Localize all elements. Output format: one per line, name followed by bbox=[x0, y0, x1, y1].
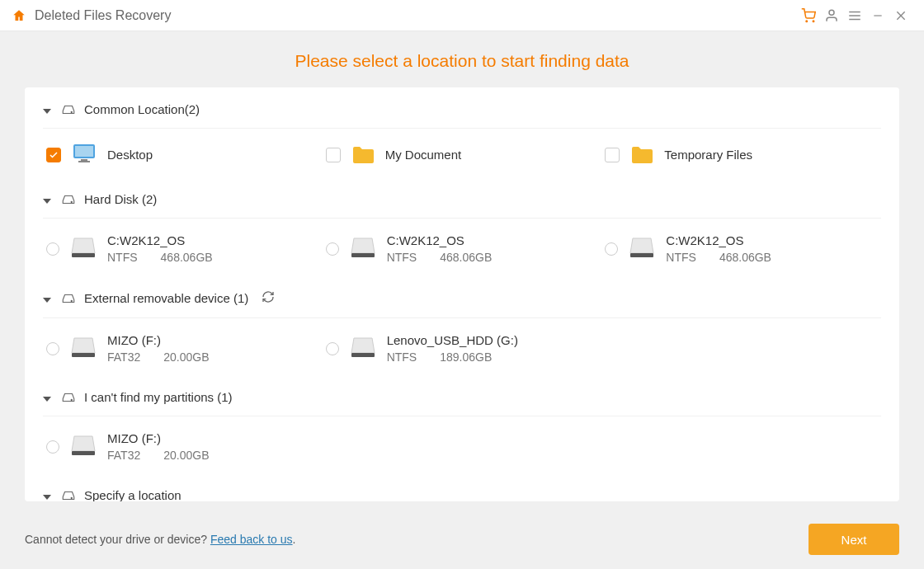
section-header-lost[interactable]: I can't find my partitions (1) bbox=[43, 377, 881, 416]
radio[interactable] bbox=[46, 342, 59, 355]
footer: Cannot detect your drive or device? Feed… bbox=[0, 515, 924, 564]
harddisk-items: C:W2K12_OS NTFS 468.06GB C:W2K12_OS bbox=[43, 219, 881, 277]
chevron-down-icon bbox=[43, 105, 53, 115]
drive-fs: FAT32 bbox=[107, 449, 140, 462]
drive-fs: NTFS bbox=[107, 251, 138, 264]
svg-rect-19 bbox=[72, 353, 95, 357]
section-title: I can't find my partitions (1) bbox=[84, 390, 233, 404]
feedback-link[interactable]: Feed back to us bbox=[210, 533, 293, 546]
svg-point-18 bbox=[71, 300, 72, 301]
disk-icon bbox=[61, 392, 76, 403]
radio[interactable] bbox=[326, 342, 339, 355]
app-title: Deleted Files Recovery bbox=[35, 8, 171, 23]
home-icon[interactable] bbox=[12, 8, 26, 23]
svg-rect-12 bbox=[81, 159, 87, 161]
titlebar-left: Deleted Files Recovery bbox=[12, 8, 171, 23]
checkbox[interactable] bbox=[46, 148, 61, 162]
drive-info: C:W2K12_OS NTFS 468.06GB bbox=[387, 233, 493, 264]
location-scroll[interactable]: Common Location(2) Desktop bbox=[43, 87, 881, 501]
minimize-button[interactable] bbox=[866, 4, 889, 27]
svg-point-0 bbox=[806, 21, 808, 22]
drive-item[interactable]: MIZO (F:) FAT32 20.00GB bbox=[43, 426, 323, 467]
external-items: MIZO (F:) FAT32 20.00GB Lenovo_USB_HDD (… bbox=[43, 318, 881, 377]
section-header-harddisk[interactable]: Hard Disk (2) bbox=[43, 179, 881, 219]
footer-prompt: Cannot detect your drive or device? Feed… bbox=[25, 533, 295, 546]
user-icon[interactable] bbox=[820, 4, 843, 27]
radio[interactable] bbox=[46, 440, 59, 454]
svg-rect-20 bbox=[351, 353, 375, 357]
drive-name: Lenovo_USB_HDD (G:) bbox=[387, 333, 518, 347]
disk-icon bbox=[61, 104, 76, 115]
svg-point-9 bbox=[71, 111, 72, 112]
section-header-external[interactable]: External removable device (1) bbox=[43, 277, 881, 318]
drive-meta: NTFS 189.06GB bbox=[387, 350, 518, 364]
chevron-down-icon bbox=[43, 195, 53, 205]
radio[interactable] bbox=[605, 242, 618, 256]
checkbox[interactable] bbox=[605, 148, 620, 162]
section-header-common[interactable]: Common Location(2) bbox=[43, 87, 881, 129]
drive-item[interactable]: Lenovo_USB_HDD (G:) NTFS 189.06GB bbox=[323, 328, 602, 369]
drive-name: C:W2K12_OS bbox=[666, 233, 771, 247]
footer-period: . bbox=[293, 533, 296, 546]
drive-meta: NTFS 468.06GB bbox=[107, 251, 213, 264]
drive-meta: FAT32 20.00GB bbox=[107, 449, 209, 462]
drive-name: MIZO (F:) bbox=[107, 431, 209, 445]
hdd-icon bbox=[351, 336, 375, 360]
drive-info: C:W2K12_OS NTFS 468.06GB bbox=[666, 233, 771, 264]
hdd-icon bbox=[71, 336, 96, 360]
checkbox[interactable] bbox=[326, 148, 341, 162]
next-button[interactable]: Next bbox=[808, 524, 899, 555]
section-title: Hard Disk (2) bbox=[84, 192, 157, 206]
drive-info: C:W2K12_OS NTFS 468.06GB bbox=[107, 233, 213, 264]
disk-icon bbox=[61, 490, 76, 501]
folder-icon bbox=[352, 146, 374, 164]
svg-point-14 bbox=[71, 201, 72, 202]
section-title: Common Location(2) bbox=[84, 102, 200, 116]
section-header-specify[interactable]: Specify a location bbox=[43, 475, 881, 501]
close-button[interactable] bbox=[889, 4, 912, 27]
drive-meta: NTFS 468.06GB bbox=[387, 251, 493, 264]
drive-item[interactable]: C:W2K12_OS NTFS 468.06GB bbox=[43, 228, 323, 269]
radio[interactable] bbox=[46, 242, 59, 256]
drive-fs: NTFS bbox=[666, 251, 696, 264]
drive-size: 468.06GB bbox=[440, 251, 492, 264]
drive-fs: FAT32 bbox=[107, 350, 140, 364]
svg-rect-13 bbox=[78, 161, 90, 162]
section-title: Specify a location bbox=[84, 488, 182, 501]
common-item-desktop[interactable]: Desktop bbox=[43, 139, 323, 171]
svg-rect-11 bbox=[75, 146, 93, 157]
drive-meta: NTFS 468.06GB bbox=[666, 251, 771, 264]
common-items: Desktop My Document Temporary Files bbox=[43, 129, 881, 179]
hdd-icon bbox=[351, 237, 375, 261]
svg-point-1 bbox=[813, 21, 814, 22]
desktop-icon bbox=[73, 143, 96, 166]
location-label: Temporary Files bbox=[664, 148, 752, 162]
common-item-temp[interactable]: Temporary Files bbox=[601, 139, 881, 171]
drive-size: 20.00GB bbox=[163, 350, 209, 364]
drive-info: MIZO (F:) FAT32 20.00GB bbox=[107, 333, 209, 364]
drive-name: MIZO (F:) bbox=[107, 333, 209, 347]
svg-rect-17 bbox=[630, 253, 653, 257]
disk-icon bbox=[61, 194, 76, 205]
svg-rect-16 bbox=[351, 253, 375, 257]
cart-icon[interactable] bbox=[797, 4, 820, 27]
drive-size: 468.06GB bbox=[719, 251, 771, 264]
drive-info: Lenovo_USB_HDD (G:) NTFS 189.06GB bbox=[387, 333, 518, 364]
section-title: External removable device (1) bbox=[84, 291, 248, 305]
drive-size: 189.06GB bbox=[440, 350, 492, 364]
drive-info: MIZO (F:) FAT32 20.00GB bbox=[107, 431, 209, 462]
hdd-icon bbox=[71, 237, 96, 261]
drive-item[interactable]: C:W2K12_OS NTFS 468.06GB bbox=[323, 228, 602, 269]
menu-icon[interactable] bbox=[843, 4, 866, 27]
drive-item[interactable]: MIZO (F:) FAT32 20.00GB bbox=[43, 328, 323, 369]
drive-meta: FAT32 20.00GB bbox=[107, 350, 209, 364]
refresh-icon[interactable] bbox=[262, 290, 275, 306]
drive-size: 20.00GB bbox=[163, 449, 209, 462]
hdd-icon bbox=[71, 435, 96, 458]
svg-point-23 bbox=[71, 497, 72, 498]
hdd-icon bbox=[629, 237, 654, 261]
common-item-documents[interactable]: My Document bbox=[323, 139, 602, 171]
svg-rect-22 bbox=[72, 451, 95, 455]
radio[interactable] bbox=[326, 242, 339, 256]
drive-item[interactable]: C:W2K12_OS NTFS 468.06GB bbox=[601, 228, 881, 269]
